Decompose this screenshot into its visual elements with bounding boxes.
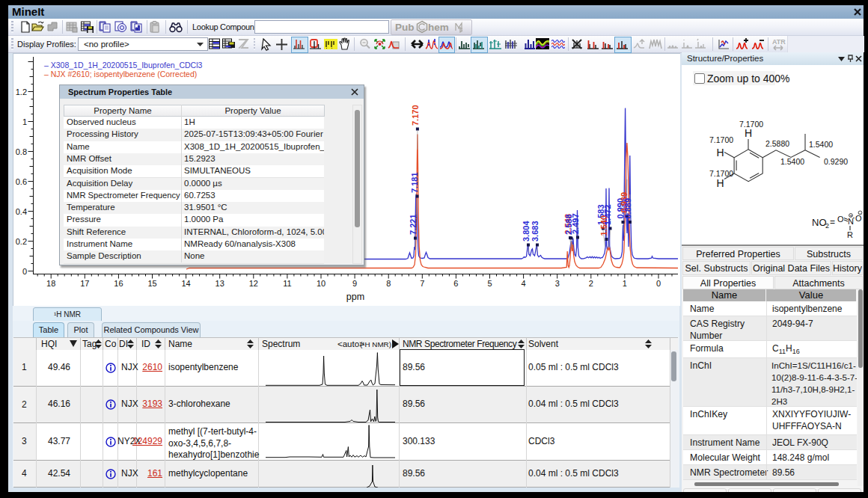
- svg-text:0.6: 0.6: [16, 177, 27, 186]
- svg-text:3.683: 3.683: [531, 221, 540, 242]
- svg-text:1: 1: [623, 279, 627, 288]
- svg-text:17: 17: [80, 279, 89, 288]
- svg-text:=: =: [830, 217, 835, 227]
- svg-text:O: O: [837, 215, 844, 224]
- svg-text:1: 1: [22, 117, 27, 126]
- svg-text:N: N: [848, 217, 854, 226]
- svg-text:2: 2: [825, 222, 829, 230]
- svg-text:-: -: [859, 211, 861, 215]
- svg-text:7: 7: [420, 279, 424, 288]
- svg-text:12: 12: [249, 279, 258, 288]
- svg-text:– NJX #2610; isopentylbenzene: – NJX #2610; isopentylbenzene (Corrected…: [44, 70, 197, 79]
- svg-text:ATR: ATR: [772, 38, 786, 46]
- svg-text:+: +: [850, 213, 853, 218]
- svg-text:0: 0: [22, 267, 27, 276]
- svg-text:7.221: 7.221: [409, 214, 418, 235]
- svg-text:1.5400: 1.5400: [780, 157, 804, 166]
- svg-text:H: H: [716, 147, 724, 159]
- svg-text:0.9290: 0.9290: [824, 157, 848, 166]
- svg-text:7.170: 7.170: [411, 105, 420, 126]
- svg-text:8: 8: [386, 279, 391, 288]
- svg-text:15: 15: [147, 279, 156, 288]
- svg-text:R: R: [847, 230, 853, 239]
- svg-text:7.1700: 7.1700: [709, 135, 733, 144]
- svg-text:H: H: [745, 127, 752, 139]
- svg-text:2.497: 2.497: [571, 213, 580, 234]
- svg-text:0.4: 0.4: [16, 207, 27, 216]
- svg-text:NO: NO: [812, 217, 827, 228]
- svg-text:1.472: 1.472: [603, 204, 612, 225]
- svg-text:3: 3: [555, 279, 560, 288]
- svg-text:7.181: 7.181: [410, 172, 419, 193]
- svg-text:H: H: [716, 177, 724, 189]
- svg-text:Pub: Pub: [395, 22, 415, 33]
- svg-text:2: 2: [589, 279, 593, 288]
- svg-text:0.2: 0.2: [16, 237, 27, 246]
- svg-text:7.1700: 7.1700: [739, 120, 763, 129]
- svg-text:0.889: 0.889: [623, 198, 632, 219]
- svg-text:0.8: 0.8: [16, 147, 27, 156]
- svg-text:ppm: ppm: [346, 292, 364, 302]
- svg-text:10: 10: [317, 279, 326, 288]
- svg-text:4: 4: [522, 279, 526, 288]
- svg-text:2.5880: 2.5880: [765, 139, 789, 148]
- svg-text:5: 5: [487, 279, 492, 288]
- svg-text:1.5400: 1.5400: [809, 140, 833, 149]
- svg-text:0: 0: [656, 279, 661, 288]
- svg-text:16: 16: [114, 279, 123, 288]
- svg-text:14: 14: [181, 279, 190, 288]
- svg-text:13: 13: [216, 279, 224, 288]
- svg-text:18: 18: [46, 279, 55, 288]
- svg-text:1.2: 1.2: [16, 87, 27, 96]
- svg-text:6: 6: [453, 279, 458, 288]
- svg-text:3.804: 3.804: [522, 221, 531, 242]
- svg-text:11: 11: [283, 279, 291, 288]
- svg-text:7.1700: 7.1700: [709, 169, 733, 178]
- svg-text:hem: hem: [428, 22, 449, 33]
- svg-text:– X308_1D_1H_20200515_Ibuprofe: – X308_1D_1H_20200515_Ibuprofen_CDCl3: [44, 61, 202, 70]
- svg-text:9: 9: [352, 279, 357, 288]
